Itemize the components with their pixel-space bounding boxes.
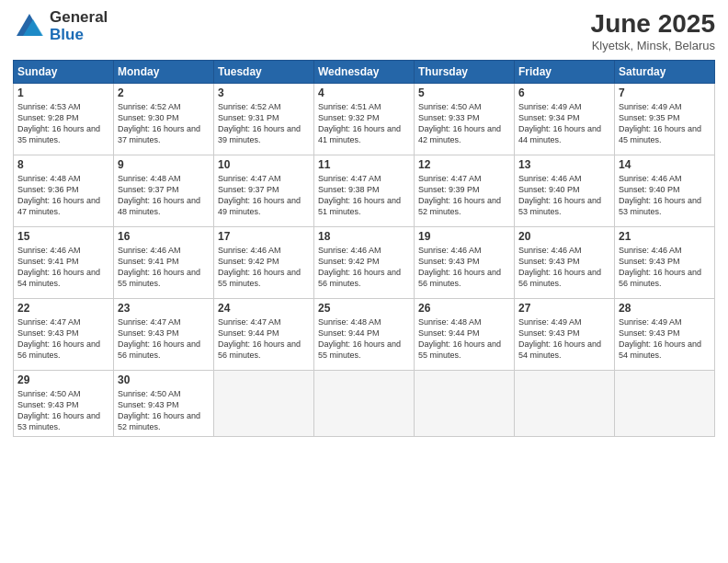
- table-row: 19Sunrise: 4:46 AMSunset: 9:43 PMDayligh…: [415, 227, 515, 299]
- header-tuesday: Tuesday: [214, 61, 314, 84]
- header-saturday: Saturday: [615, 61, 715, 84]
- month-title: June 2025: [591, 9, 715, 39]
- table-row: 22Sunrise: 4:47 AMSunset: 9:43 PMDayligh…: [14, 299, 114, 371]
- table-row: 9Sunrise: 4:48 AMSunset: 9:37 PMDaylight…: [114, 155, 214, 227]
- table-row: 5Sunrise: 4:50 AMSunset: 9:33 PMDaylight…: [415, 84, 515, 155]
- page: General Blue June 2025 Klyetsk, Minsk, B…: [0, 0, 728, 563]
- table-row: 23Sunrise: 4:47 AMSunset: 9:43 PMDayligh…: [114, 299, 214, 371]
- table-row: [615, 371, 715, 437]
- table-row: 2Sunrise: 4:52 AMSunset: 9:30 PMDaylight…: [114, 84, 214, 155]
- header-thursday: Thursday: [415, 61, 515, 84]
- table-row: [314, 371, 415, 437]
- header-monday: Monday: [114, 61, 214, 84]
- logo-text: General Blue: [50, 9, 108, 43]
- logo-general: General: [50, 9, 108, 27]
- calendar-header-row: Sunday Monday Tuesday Wednesday Thursday…: [14, 61, 715, 84]
- table-row: 12Sunrise: 4:47 AMSunset: 9:39 PMDayligh…: [415, 155, 515, 227]
- logo: General Blue: [13, 9, 108, 43]
- table-row: 26Sunrise: 4:48 AMSunset: 9:44 PMDayligh…: [415, 299, 515, 371]
- table-row: [515, 371, 615, 437]
- table-row: 20Sunrise: 4:46 AMSunset: 9:43 PMDayligh…: [515, 227, 615, 299]
- table-row: 14Sunrise: 4:46 AMSunset: 9:40 PMDayligh…: [615, 155, 715, 227]
- table-row: 3Sunrise: 4:52 AMSunset: 9:31 PMDaylight…: [214, 84, 314, 155]
- table-row: 6Sunrise: 4:49 AMSunset: 9:34 PMDaylight…: [515, 84, 615, 155]
- location: Klyetsk, Minsk, Belarus: [591, 39, 715, 52]
- table-row: 4Sunrise: 4:51 AMSunset: 9:32 PMDaylight…: [314, 84, 415, 155]
- title-area: June 2025 Klyetsk, Minsk, Belarus: [591, 9, 715, 52]
- header-sunday: Sunday: [14, 61, 114, 84]
- logo-icon: [13, 10, 46, 43]
- table-row: 15Sunrise: 4:46 AMSunset: 9:41 PMDayligh…: [14, 227, 114, 299]
- table-row: 8Sunrise: 4:48 AMSunset: 9:36 PMDaylight…: [14, 155, 114, 227]
- header-wednesday: Wednesday: [314, 61, 415, 84]
- table-row: 13Sunrise: 4:46 AMSunset: 9:40 PMDayligh…: [515, 155, 615, 227]
- table-row: 17Sunrise: 4:46 AMSunset: 9:42 PMDayligh…: [214, 227, 314, 299]
- table-row: 1Sunrise: 4:53 AMSunset: 9:28 PMDaylight…: [14, 84, 114, 155]
- calendar-table: Sunday Monday Tuesday Wednesday Thursday…: [13, 60, 715, 437]
- logo-blue: Blue: [50, 27, 108, 44]
- table-row: 25Sunrise: 4:48 AMSunset: 9:44 PMDayligh…: [314, 299, 415, 371]
- table-row: 30Sunrise: 4:50 AMSunset: 9:43 PMDayligh…: [114, 371, 214, 437]
- table-row: 24Sunrise: 4:47 AMSunset: 9:44 PMDayligh…: [214, 299, 314, 371]
- table-row: 21Sunrise: 4:46 AMSunset: 9:43 PMDayligh…: [615, 227, 715, 299]
- header-friday: Friday: [515, 61, 615, 84]
- table-row: 11Sunrise: 4:47 AMSunset: 9:38 PMDayligh…: [314, 155, 415, 227]
- table-row: 10Sunrise: 4:47 AMSunset: 9:37 PMDayligh…: [214, 155, 314, 227]
- table-row: 27Sunrise: 4:49 AMSunset: 9:43 PMDayligh…: [515, 299, 615, 371]
- header: General Blue June 2025 Klyetsk, Minsk, B…: [13, 9, 715, 52]
- table-row: [214, 371, 314, 437]
- table-row: 16Sunrise: 4:46 AMSunset: 9:41 PMDayligh…: [114, 227, 214, 299]
- table-row: 29Sunrise: 4:50 AMSunset: 9:43 PMDayligh…: [14, 371, 114, 437]
- table-row: 28Sunrise: 4:49 AMSunset: 9:43 PMDayligh…: [615, 299, 715, 371]
- table-row: [415, 371, 515, 437]
- table-row: 18Sunrise: 4:46 AMSunset: 9:42 PMDayligh…: [314, 227, 415, 299]
- table-row: 7Sunrise: 4:49 AMSunset: 9:35 PMDaylight…: [615, 84, 715, 155]
